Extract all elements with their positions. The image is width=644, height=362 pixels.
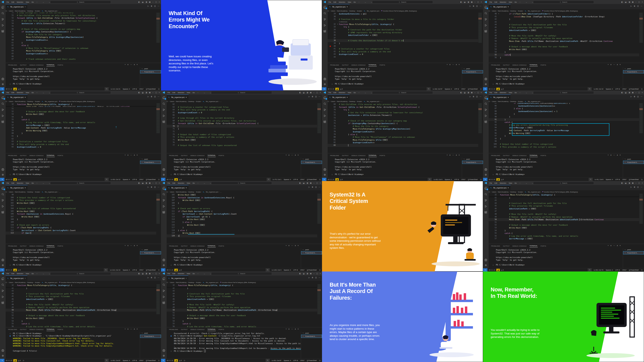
new-terminal-icon[interactable]: + xyxy=(286,328,286,330)
breadcrumb[interactable]: C:›Users›Nerd Academy›Desktop›Scripts›>_… xyxy=(167,190,322,193)
run-icon[interactable]: ▷ xyxy=(470,95,471,97)
close-panel-icon[interactable]: × xyxy=(298,245,299,247)
breadcrumb[interactable]: C:›Users›Nerd Academy›Desktop›Scripts›>_… xyxy=(6,100,161,103)
terminal-dropdown-icon[interactable]: ∨ xyxy=(128,154,129,156)
panel-tab-debug-console[interactable]: DEBUG CONSOLE xyxy=(30,154,44,157)
run-icon[interactable]: ▷ xyxy=(148,186,149,188)
encoding-status[interactable]: UTF-8 xyxy=(292,179,299,180)
terminal-list-item[interactable]: >_PowerShell E... xyxy=(140,335,161,338)
cursor-position[interactable]: Ln 83, Col 9 xyxy=(432,179,444,180)
sidebar-extensions-icon[interactable] xyxy=(324,30,326,33)
more-actions-icon[interactable]: ⋯ xyxy=(158,5,160,7)
run-below-icon[interactable]: ≣ xyxy=(312,95,313,97)
sidebar-run-debug-icon[interactable] xyxy=(324,114,326,117)
broadcast-status[interactable]: ◬ 0 xyxy=(178,269,183,271)
breadcrumb-function[interactable]: function Move-FileToCategory ($file, $ca… xyxy=(222,282,256,283)
zoom-indicator-icon[interactable] xyxy=(104,268,108,272)
sidebar-source-control-icon[interactable] xyxy=(324,108,326,111)
minimize-icon[interactable]: – xyxy=(152,1,153,3)
terminal-output[interactable]: PowerShell Extension v2024.2.2Copyright … xyxy=(6,158,140,177)
panel-tab-output[interactable]: OUTPUT xyxy=(342,154,348,157)
panel-tab-debug-console[interactable]: DEBUG CONSOLE xyxy=(512,245,527,248)
panel-tab-problems[interactable]: PROBLEMS xyxy=(8,154,17,157)
tab-file-organizer[interactable]: >_file_organizer.ps1● xyxy=(167,94,188,100)
close-icon[interactable]: × xyxy=(642,91,643,93)
sidebar-extensions-icon[interactable] xyxy=(2,211,4,214)
account-icon[interactable] xyxy=(484,77,488,80)
sidebar-run-debug-icon[interactable] xyxy=(162,114,166,117)
layout-customize-icon[interactable]: ▣ xyxy=(632,91,634,93)
minimap[interactable] xyxy=(156,13,160,43)
minimap[interactable] xyxy=(317,284,321,315)
search-input[interactable]: Search xyxy=(211,91,272,94)
breadcrumb-item[interactable]: Desktop xyxy=(510,100,516,102)
extension-status-badge[interactable] xyxy=(13,178,17,181)
panel-tab-output[interactable]: OUTPUT xyxy=(181,328,188,331)
code-editor[interactable]: 40∨ if (!(Test-Path $destinationFolder))… xyxy=(489,12,644,63)
layout-customize-icon[interactable]: ▣ xyxy=(149,91,151,93)
breadcrumb[interactable]: C:›Users›Nerd Academy›Desktop›Scripts›>_… xyxy=(167,100,322,103)
indentation-status[interactable]: Spaces: 4 xyxy=(604,88,614,90)
encoding-status[interactable]: UTF-8 xyxy=(453,88,460,90)
layout-panel-icon[interactable]: ⬓ xyxy=(625,1,627,3)
terminal-dropdown-icon[interactable]: ∨ xyxy=(450,154,451,156)
zoom-indicator-icon[interactable] xyxy=(105,87,109,90)
breadcrumb-item[interactable]: C: xyxy=(167,191,168,193)
window-controls[interactable]: ◧⬓◨▣–▢× xyxy=(138,90,160,94)
breadcrumb-item[interactable]: Nerd Academy xyxy=(337,10,347,12)
menu-edit[interactable]: Edit xyxy=(493,92,498,93)
breadcrumb-item[interactable]: Desktop xyxy=(27,282,33,283)
search-input[interactable]: Search xyxy=(533,0,594,3)
settings-gear-icon[interactable]: ⚙ xyxy=(163,264,165,267)
panel-tab-ports[interactable]: PORTS xyxy=(58,245,63,248)
terminal-list-item[interactable]: >_PowerShell E... xyxy=(301,161,322,164)
broadcast-status[interactable]: ◬ 0 xyxy=(17,179,22,180)
breadcrumb-item[interactable]: C: xyxy=(328,10,329,12)
breadcrumb-item[interactable]: Desktop xyxy=(349,100,355,102)
zoom-indicator-icon[interactable] xyxy=(588,87,592,90)
breadcrumb-ellipsis[interactable]: ... xyxy=(220,100,222,102)
minimap[interactable] xyxy=(478,13,482,43)
more-actions-icon[interactable]: ⋯ xyxy=(640,95,642,97)
panel-tab-ports[interactable]: PORTS xyxy=(380,63,385,66)
breadcrumb-item[interactable]: Nerd Academy xyxy=(15,282,25,283)
terminal-list-item[interactable]: >_pwsh xyxy=(623,157,644,161)
menu-file[interactable]: File xyxy=(166,182,171,184)
sidebar-run-debug-icon[interactable] xyxy=(162,295,166,298)
menu-[interactable]: ··· xyxy=(196,182,200,184)
panel-tab-ports[interactable]: PORTS xyxy=(58,63,63,66)
terminal-list-item[interactable]: >_pwsh xyxy=(301,157,322,161)
run-below-icon[interactable]: ≣ xyxy=(151,186,152,188)
menu-view[interactable]: View xyxy=(508,182,514,184)
layout-panel-icon[interactable]: ⬓ xyxy=(303,91,305,93)
breadcrumb-ellipsis[interactable]: ... xyxy=(59,191,60,193)
breadcrumb[interactable]: C:›Users›Nerd Academy›Desktop›Scripts›>_… xyxy=(489,9,644,12)
breadcrumb-item[interactable]: Nerd Academy xyxy=(176,282,186,283)
settings-gear-icon[interactable]: ⚙ xyxy=(2,354,4,357)
close-panel-icon[interactable]: × xyxy=(137,328,138,330)
split-editor-icon[interactable]: ◫ xyxy=(637,5,639,7)
menu-view[interactable]: View xyxy=(508,92,514,93)
layout-sidebar-right-icon[interactable]: ◨ xyxy=(306,91,308,93)
breadcrumb-item[interactable]: Nerd Academy xyxy=(337,100,347,102)
indentation-status[interactable]: Spaces: 4 xyxy=(122,179,131,180)
sidebar-run-debug-icon[interactable] xyxy=(484,205,488,208)
language-status[interactable]: {} PowerShell xyxy=(628,88,640,90)
tab-dirty-dot[interactable]: ● xyxy=(186,187,187,189)
run-icon[interactable]: ▷ xyxy=(148,277,149,279)
layout-sidebar-icon[interactable]: ◧ xyxy=(138,182,140,184)
maximize-panel-icon[interactable]: ∧ xyxy=(617,63,618,65)
sidebar-search-icon[interactable] xyxy=(324,12,326,15)
cursor-position[interactable]: Ln 91, Col 6 xyxy=(594,179,604,180)
broadcast-status[interactable]: ◬ 0 xyxy=(500,269,505,271)
zoom-indicator-icon[interactable] xyxy=(427,87,431,90)
account-icon[interactable] xyxy=(2,77,4,80)
settings-gear-icon[interactable]: ⚙ xyxy=(485,173,487,176)
menu-edit[interactable]: Edit xyxy=(171,182,176,184)
panel-tab-terminal[interactable]: TERMINAL xyxy=(208,244,216,248)
more-icon[interactable]: ⋯ xyxy=(613,245,615,247)
layout-sidebar-icon[interactable]: ◧ xyxy=(299,91,301,93)
tab-file-organizer[interactable]: >_file_organizer.ps1● xyxy=(167,185,188,190)
tab-dirty-dot[interactable]: ● xyxy=(347,6,348,8)
layout-panel-icon[interactable]: ⬓ xyxy=(142,1,144,3)
